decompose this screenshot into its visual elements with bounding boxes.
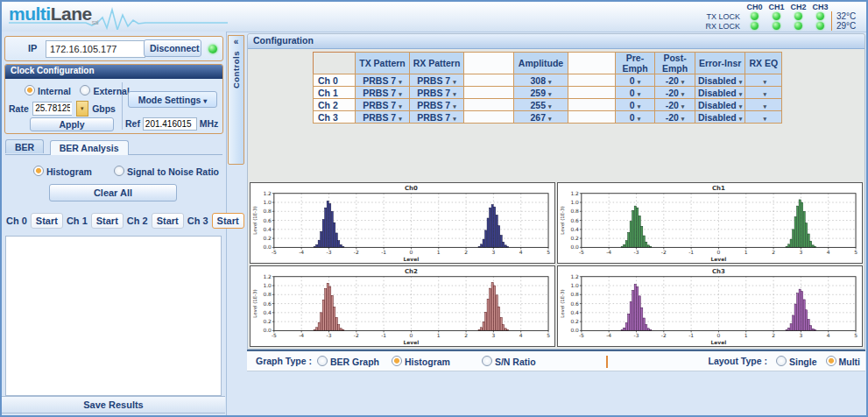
- svg-text:-1: -1: [381, 333, 386, 338]
- ch1-start-button[interactable]: Start: [91, 213, 123, 229]
- tx-lock-led-ch2: [794, 12, 802, 20]
- save-results-button[interactable]: Save Results: [2, 396, 225, 413]
- table-row: Ch 1PRBS 7▾PRBS 7▾259▾0▾-20▾Disabled▾▾: [314, 87, 782, 99]
- apply-button[interactable]: Apply: [30, 117, 114, 131]
- column-header-amplitude: Amplitude: [514, 53, 568, 74]
- tx-pattern-select[interactable]: PRBS 7▾: [356, 87, 410, 99]
- amplitude-select[interactable]: 308▾: [514, 74, 568, 87]
- error-insr-select[interactable]: Disabled▾: [695, 99, 745, 111]
- rx-pattern-select[interactable]: PRBS 7▾: [410, 87, 464, 99]
- ref-frequency-input[interactable]: [143, 117, 197, 131]
- radio-external[interactable]: External: [80, 82, 129, 97]
- radio-multi-layout[interactable]: Multi: [826, 356, 861, 367]
- error-insr-select[interactable]: Disabled▾: [695, 74, 745, 87]
- amplitude-select[interactable]: 255▾: [514, 99, 568, 111]
- spacer-cell: [568, 74, 616, 87]
- svg-text:0.6: 0.6: [263, 301, 272, 307]
- svg-text:-4: -4: [606, 250, 611, 255]
- radio-histogram[interactable]: Histogram: [33, 163, 92, 179]
- radio-ber-graph[interactable]: BER Graph: [317, 356, 379, 367]
- svg-text:Ch0: Ch0: [405, 185, 418, 192]
- table-row: Ch 0PRBS 7▾PRBS 7▾308▾0▾-20▾Disabled▾▾: [314, 74, 782, 87]
- connection-status-led: [208, 45, 217, 53]
- rx-pattern-select[interactable]: PRBS 7▾: [410, 111, 464, 124]
- dropdown-arrow-icon: ▾: [681, 79, 685, 85]
- radio-histogram-icon: [33, 166, 44, 176]
- channel-row-label: Ch 1: [314, 87, 356, 99]
- svg-text:0: 0: [410, 333, 413, 338]
- rx-eq-select[interactable]: ▾: [745, 111, 782, 124]
- post-emph-select[interactable]: -20▾: [655, 87, 695, 99]
- svg-text:-2: -2: [354, 333, 359, 338]
- tab-ber[interactable]: BER: [5, 139, 44, 153]
- svg-text:3: 3: [492, 333, 496, 338]
- svg-text:0.2: 0.2: [263, 319, 272, 324]
- ch0-start-button[interactable]: Start: [31, 213, 63, 229]
- post-emph-select[interactable]: -20▾: [655, 99, 695, 111]
- pre-emph-select[interactable]: 0▾: [616, 87, 655, 99]
- svg-text:5: 5: [547, 333, 550, 338]
- ch0-label: Ch 0: [6, 216, 27, 226]
- channel-label-ch3: CH3: [809, 3, 831, 11]
- layout-type-label: Layout Type :: [709, 356, 767, 366]
- rx-pattern-select[interactable]: PRBS 7▾: [410, 74, 464, 87]
- tx-pattern-select[interactable]: PRBS 7▾: [356, 111, 410, 124]
- channel-label-ch2: CH2: [787, 3, 809, 11]
- radio-histogram-graph[interactable]: Histogram: [392, 356, 450, 367]
- controls-collapse-tab[interactable]: « Controls: [228, 35, 244, 165]
- svg-text:0.0: 0.0: [570, 328, 579, 333]
- svg-text:Level: Level: [711, 257, 727, 262]
- radio-single-icon: [776, 356, 787, 366]
- post-emph-select[interactable]: -20▾: [655, 111, 695, 124]
- post-emph-select[interactable]: -20▾: [655, 74, 695, 87]
- ch3-start-button[interactable]: Start: [212, 213, 244, 229]
- radio-single-layout[interactable]: Single: [776, 356, 817, 367]
- clear-all-button[interactable]: Clear All: [49, 184, 177, 201]
- pre-emph-select[interactable]: 0▾: [616, 111, 655, 124]
- channel-label-ch1: CH1: [766, 3, 787, 11]
- rate-input[interactable]: [32, 102, 72, 116]
- radio-internal[interactable]: Internal: [25, 82, 71, 97]
- amplitude-select[interactable]: 267▾: [514, 111, 568, 124]
- svg-text:0.6: 0.6: [263, 218, 272, 223]
- mode-settings-button[interactable]: Mode Settings ▾: [128, 91, 217, 108]
- results-area: [5, 236, 222, 396]
- pre-emph-select[interactable]: 0▾: [616, 99, 655, 111]
- dropdown-arrow-icon: ▾: [739, 79, 743, 85]
- radio-multi-icon: [826, 356, 836, 366]
- svg-text:Level (1E-3): Level (1E-3): [560, 206, 565, 234]
- rx-eq-select[interactable]: ▾: [745, 87, 782, 99]
- radio-sn-ratio[interactable]: S/N Ratio: [482, 356, 536, 367]
- histogram-charts-grid: -5-4-3-2-10123450.00.20.40.60.81.01.2Ch0…: [250, 182, 864, 347]
- tab-ber-analysis[interactable]: BER Analysis: [50, 140, 129, 155]
- svg-text:-2: -2: [661, 250, 667, 255]
- error-insr-select[interactable]: Disabled▾: [695, 87, 745, 99]
- dropdown-arrow-icon: ▾: [548, 116, 552, 122]
- pre-emph-select[interactable]: 0▾: [616, 74, 655, 87]
- rx-eq-select[interactable]: ▾: [745, 99, 782, 111]
- ip-input[interactable]: [46, 40, 145, 58]
- tx-pattern-select[interactable]: PRBS 7▾: [356, 74, 410, 87]
- disconnect-button[interactable]: Disconnect: [144, 39, 201, 57]
- tx-pattern-select[interactable]: PRBS 7▾: [356, 99, 410, 111]
- amplitude-select[interactable]: 259▾: [514, 87, 568, 99]
- radio-signal-to-noise[interactable]: Signal to Noise Ratio: [114, 163, 219, 179]
- column-header-tx-pattern: TX Pattern: [356, 53, 410, 74]
- svg-text:0: 0: [717, 250, 721, 255]
- error-insr-select[interactable]: Disabled▾: [695, 111, 745, 124]
- svg-text:Level: Level: [404, 340, 420, 345]
- rx-eq-select[interactable]: ▾: [745, 74, 782, 87]
- tx-lock-led-ch3: [816, 12, 824, 20]
- rate-dropdown-button[interactable]: ▾: [76, 101, 88, 117]
- column-header-error-insr: Error-Insr: [695, 53, 745, 74]
- column-header-rx-eq: RX EQ: [745, 53, 782, 74]
- svg-text:-3: -3: [634, 250, 639, 255]
- dropdown-arrow-icon: ▾: [638, 91, 641, 97]
- svg-text:5: 5: [547, 250, 550, 255]
- left-control-panel: IP Disconnect Clock Configuration Intern…: [2, 32, 227, 417]
- rx-pattern-select[interactable]: PRBS 7▾: [410, 99, 464, 111]
- multilane-app-window: multiLanesal CH0 CH1 CH2 CH3 TX LOCK 32°…: [0, 0, 868, 417]
- ch2-start-button[interactable]: Start: [152, 213, 184, 229]
- radio-sn-ratio-icon: [482, 356, 492, 366]
- lock-status-block: CH0 CH1 CH2 CH3 TX LOCK 32°C RX LOCK 29°…: [700, 2, 863, 31]
